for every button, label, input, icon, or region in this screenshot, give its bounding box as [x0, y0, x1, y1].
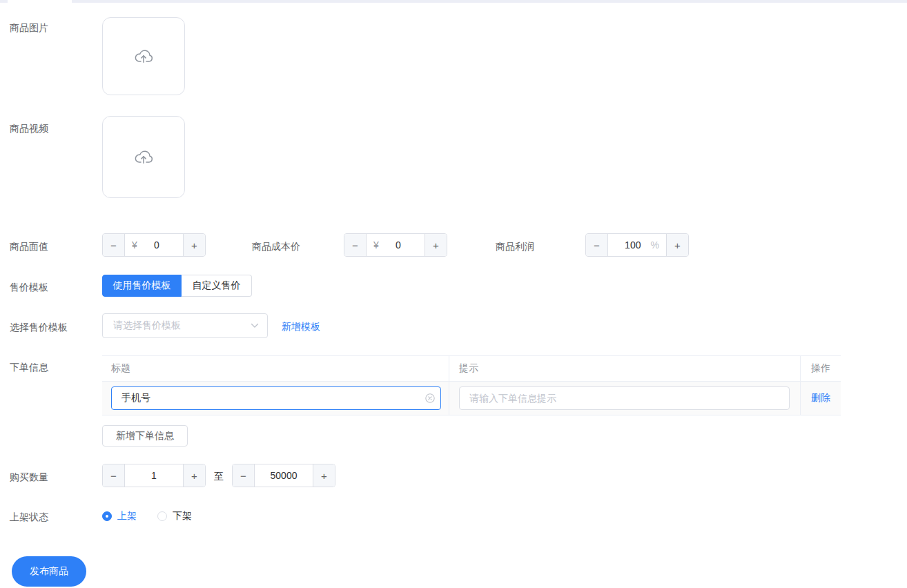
profit-input[interactable]: 100 — [615, 239, 651, 251]
order-info-row: 删除 — [102, 382, 841, 415]
order-title-input[interactable] — [111, 386, 441, 410]
delete-row-link[interactable]: 删除 — [811, 392, 830, 404]
minus-icon[interactable]: − — [103, 464, 125, 487]
profit-label: 商品利润 — [496, 240, 534, 253]
price-template-select[interactable]: 请选择售价模板 — [102, 313, 268, 338]
radio-on-shelf[interactable]: 上架 — [102, 510, 137, 522]
profit-stepper: − 100 % + — [585, 233, 689, 257]
face-value-input[interactable]: 0 — [137, 239, 176, 251]
publish-product-button[interactable]: 发布商品 — [12, 556, 86, 587]
use-price-template-option[interactable]: 使用售价模板 — [102, 275, 182, 297]
product-video-label: 商品视频 — [10, 122, 48, 135]
select-template-label: 选择售价模板 — [10, 321, 68, 333]
minus-icon[interactable]: − — [233, 464, 255, 487]
order-info-table-header: 标题 提示 操作 — [102, 355, 841, 382]
order-info-table: 标题 提示 操作 删除 — [102, 355, 841, 415]
price-template-group: 使用售价模板 自定义售价 — [102, 275, 252, 297]
product-image-label: 商品图片 — [10, 21, 48, 34]
header-hint: 提示 — [449, 356, 801, 381]
header-action: 操作 — [801, 356, 841, 381]
quantity-max-stepper: − 50000 + — [232, 464, 335, 487]
cost-price-input[interactable]: 0 — [379, 239, 418, 251]
radio-checked-icon[interactable] — [102, 511, 112, 521]
plus-icon[interactable]: + — [183, 464, 205, 487]
plus-icon[interactable]: + — [425, 234, 447, 256]
face-value-label: 商品面值 — [10, 240, 48, 253]
radio-on-shelf-label[interactable]: 上架 — [117, 510, 137, 522]
plus-icon[interactable]: + — [313, 464, 335, 487]
tab-bar-border — [0, 0, 907, 3]
plus-icon[interactable]: + — [183, 234, 205, 256]
cost-price-stepper: − ¥ 0 + — [344, 233, 447, 257]
radio-unchecked-icon[interactable] — [157, 511, 167, 521]
add-template-link[interactable]: 新增模板 — [282, 321, 320, 333]
product-publish-form: 商品图片 商品视频 商品面值 − ¥ 0 + 商品成本价 — [0, 0, 907, 588]
cost-price-label: 商品成本价 — [252, 240, 300, 253]
minus-icon[interactable]: − — [586, 234, 608, 256]
product-video-upload[interactable] — [102, 116, 185, 198]
cloud-upload-icon — [133, 46, 155, 67]
order-title-field-wrap — [111, 386, 441, 410]
percent-suffix: % — [651, 239, 659, 251]
quantity-range-separator: 至 — [214, 471, 224, 483]
yuan-prefix: ¥ — [132, 239, 137, 251]
shelf-status-label: 上架状态 — [10, 511, 48, 523]
active-tab-indicator — [8, 0, 72, 3]
header-title: 标题 — [102, 356, 449, 381]
clear-icon[interactable] — [425, 393, 435, 403]
quantity-min-stepper: − 1 + — [102, 464, 206, 487]
add-order-info-button[interactable]: 新增下单信息 — [102, 425, 188, 447]
minus-icon[interactable]: − — [344, 234, 367, 256]
yuan-prefix: ¥ — [373, 239, 379, 251]
product-image-upload[interactable] — [102, 17, 185, 95]
face-value-stepper: − ¥ 0 + — [102, 233, 206, 257]
price-template-label: 售价模板 — [10, 281, 48, 293]
quantity-max-input[interactable]: 50000 — [262, 470, 306, 481]
minus-icon[interactable]: − — [103, 234, 125, 256]
radio-off-shelf[interactable]: 下架 — [157, 510, 192, 522]
custom-price-option[interactable]: 自定义售价 — [182, 275, 252, 297]
select-placeholder: 请选择售价模板 — [113, 320, 251, 332]
order-hint-input[interactable] — [459, 386, 790, 410]
purchase-quantity-label: 购买数量 — [10, 471, 48, 483]
chevron-down-icon — [251, 323, 259, 329]
cloud-upload-icon — [133, 147, 155, 168]
quantity-min-input[interactable]: 1 — [132, 470, 176, 481]
radio-off-shelf-label[interactable]: 下架 — [173, 510, 192, 522]
order-info-label: 下单信息 — [10, 361, 48, 373]
plus-icon[interactable]: + — [666, 234, 688, 256]
